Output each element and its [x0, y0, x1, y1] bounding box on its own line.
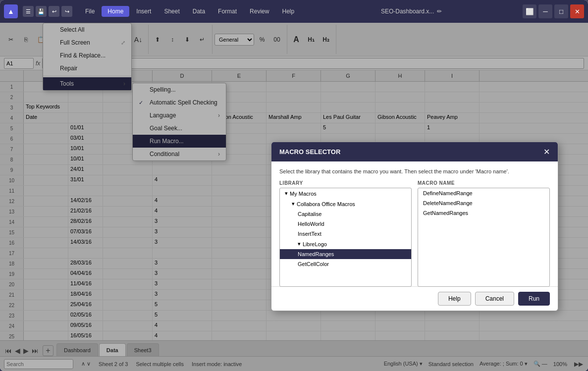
edit-title-icon[interactable]: ✏ [437, 8, 442, 15]
list-item-librelogo[interactable]: ▾ LibreLogo [280, 239, 411, 249]
list-item-inserttext[interactable]: InsertText [280, 229, 411, 239]
macro-name-column: MACRO NAME DefineNamedRange DeleteNamedR… [418, 180, 550, 279]
macro-name-list[interactable]: DefineNamedRange DeleteNamedRange GetNam… [418, 188, 550, 287]
list-item-getcellcolor[interactable]: GetCellColor [280, 259, 411, 269]
macro-name-label: MACRO NAME [418, 180, 550, 186]
help-button[interactable]: Help [438, 292, 471, 306]
dialog-title-text: MACRO SELECTOR [279, 148, 340, 156]
list-item-namedranges[interactable]: NamedRanges [280, 249, 411, 259]
menu-insert[interactable]: Insert [130, 6, 157, 17]
sidebar-toggle[interactable]: ⬜ [523, 4, 536, 18]
dialog-columns: LIBRARY ▾ My Macros ▾ Collabora Office M… [279, 180, 550, 279]
dialog-titlebar: MACRO SELECTOR ✕ [271, 142, 558, 161]
menu-data[interactable]: Data [187, 6, 211, 17]
title-bar: ▲ ☰ 💾 ↩ ↪ File Home Insert Sheet Data Fo… [0, 0, 588, 23]
menu-btn[interactable]: ☰ [23, 6, 34, 17]
dialog-body: Select the library that contains the mac… [271, 161, 558, 286]
app-window: ▲ ☰ 💾 ↩ ↪ File Home Insert Sheet Data Fo… [0, 0, 588, 371]
library-list[interactable]: ▾ My Macros ▾ Collabora Office Macros Ca… [279, 188, 412, 287]
menu-file[interactable]: File [79, 6, 101, 17]
macro-item-get[interactable]: GetNamedRanges [418, 208, 549, 218]
expand-icon: ▾ [285, 190, 288, 197]
menu-sheet[interactable]: Sheet [158, 6, 185, 17]
close-btn[interactable]: ✕ [570, 4, 584, 18]
logo-text: ▲ [7, 7, 14, 15]
window-controls-left: ☰ 💾 ↩ ↪ [23, 6, 72, 17]
menu-home[interactable]: Home [102, 6, 129, 17]
app-logo: ▲ [4, 4, 18, 18]
menu-overlay: Select All Full Screen ⤢ Find & Replace.… [0, 23, 588, 371]
expand-icon: ▾ [292, 201, 295, 207]
library-label: LIBRARY [279, 180, 412, 186]
run-button[interactable]: Run [518, 292, 550, 306]
macro-selector-dialog: MACRO SELECTOR ✕ Select the library that… [271, 142, 558, 311]
minimize-btn[interactable]: ─ [538, 4, 552, 18]
macro-item-delete[interactable]: DeleteNamedRange [418, 198, 549, 208]
list-item-my-macros[interactable]: ▾ My Macros [280, 188, 411, 199]
save-btn[interactable]: 💾 [36, 6, 47, 17]
dialog-close-btn[interactable]: ✕ [543, 147, 550, 157]
dialog-description: Select the library that contains the mac… [279, 168, 550, 174]
expand-icon: ▾ [298, 241, 301, 247]
window-controls-right: ⬜ ─ □ ✕ [523, 4, 584, 18]
list-item-capitalise[interactable]: Capitalise [280, 209, 411, 219]
maximize-btn[interactable]: □ [554, 4, 568, 18]
menu-tabs: File Home Insert Sheet Data Format Revie… [79, 6, 300, 17]
menu-review[interactable]: Review [244, 6, 275, 17]
menu-help[interactable]: Help [276, 6, 300, 17]
undo-btn[interactable]: ↩ [49, 6, 59, 17]
cancel-button[interactable]: Cancel [475, 292, 514, 306]
redo-btn[interactable]: ↪ [61, 6, 72, 17]
title-center: SEO-Dashboard.x... ✏ [303, 8, 520, 15]
menu-format[interactable]: Format [212, 6, 243, 17]
window-title: SEO-Dashboard.x... [381, 8, 434, 15]
list-item-collabora[interactable]: ▾ Collabora Office Macros [280, 199, 411, 209]
macro-item-define[interactable]: DefineNamedRange [418, 188, 549, 198]
library-column: LIBRARY ▾ My Macros ▾ Collabora Office M… [279, 180, 412, 279]
dialog-backdrop: MACRO SELECTOR ✕ Select the library that… [0, 23, 588, 371]
list-item-helloworld[interactable]: HelloWorld [280, 219, 411, 229]
dialog-footer: Help Cancel Run [271, 286, 558, 311]
